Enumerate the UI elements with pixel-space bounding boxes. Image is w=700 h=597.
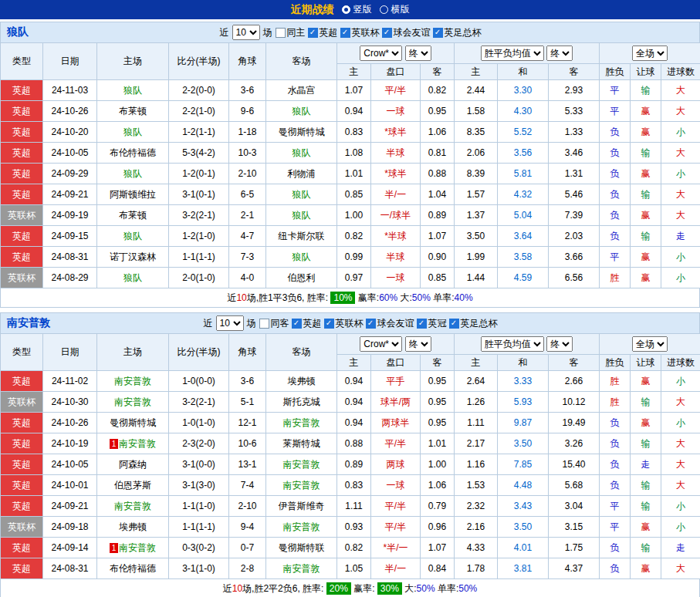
goals-result-cell: 小 (661, 496, 700, 517)
bookmaker-select[interactable]: Crow* (360, 46, 402, 61)
scope-select[interactable]: 全场 (632, 336, 668, 352)
league-type-cell: 英联杯 (1, 517, 43, 538)
away-team-cell: 伊普斯维奇 (266, 496, 337, 517)
checkbox-icon[interactable]: ✓ (449, 319, 459, 329)
odds-stage-select[interactable]: 终 (405, 336, 431, 352)
radio-selected-icon[interactable] (342, 5, 350, 14)
handicap-cell: 两球 (371, 454, 421, 475)
red-card-badge: 1 (110, 543, 118, 553)
home-team-cell: 埃弗顿 (97, 517, 169, 538)
sub-header: 和 (498, 355, 549, 371)
column-header: 主场 (97, 334, 169, 371)
top-bar: 近期战绩 竖版 横版 (0, 0, 700, 19)
score-cell: 5-3(4-2) (169, 143, 229, 164)
same-venue-checkbox[interactable]: 同主 (276, 26, 306, 39)
odds-stage-select[interactable]: 终 (405, 46, 431, 61)
avg-home-cell: 1.99 (455, 247, 498, 268)
footer-segment: 20% (326, 582, 351, 595)
league-type-cell: 英超 (1, 433, 43, 454)
match-date-cell: 24-08-31 (43, 558, 97, 579)
match-date-cell: 24-10-05 (43, 454, 97, 475)
avg-draw-cell: 4.30 (498, 101, 549, 122)
league-filter-checkbox-3[interactable]: ✓英冠 (417, 317, 447, 330)
result-cell: 胜 (600, 371, 631, 392)
corner-cell: 2-1 (229, 205, 266, 226)
league-filter-checkbox-1[interactable]: ✓英联杯 (324, 317, 364, 330)
league-filter-checkbox-1[interactable]: ✓英联杯 (340, 26, 380, 39)
checkbox-icon[interactable]: ✓ (433, 28, 443, 38)
footer-segment: 50% (458, 583, 477, 594)
result-cell: 胜 (600, 392, 631, 413)
odds-home-cell: 0.94 (337, 101, 371, 122)
handicap-result-cell: 赢 (631, 101, 661, 122)
league-filter-checkbox-0[interactable]: ✓英超 (308, 26, 338, 39)
goals-result-cell: 小 (661, 164, 700, 184)
odds-away-cell: 0.88 (421, 164, 455, 184)
layout-option-vertical-label: 竖版 (353, 3, 372, 16)
result-cell: 负 (600, 454, 631, 475)
checkbox-icon[interactable]: ✓ (340, 28, 350, 38)
odds-home-cell: 1.01 (337, 164, 371, 184)
league-filter-checkbox-0[interactable]: ✓英超 (292, 317, 322, 330)
scope-select[interactable]: 全场 (632, 46, 668, 61)
avg-select[interactable]: 胜平负均值 (481, 46, 544, 61)
layout-option-horizontal[interactable]: 横版 (380, 3, 410, 16)
checkbox-icon[interactable] (259, 319, 269, 329)
handicap-cell: *半/一 (371, 538, 421, 558)
corner-cell: 10-3 (229, 143, 266, 164)
away-team-name: 南安普敦 (283, 563, 320, 574)
league-filter-checkbox-3[interactable]: ✓英足总杯 (433, 26, 482, 39)
avg-select[interactable]: 胜平负均值 (481, 336, 544, 352)
result-cell: 负 (600, 226, 631, 247)
match-date-cell: 24-10-26 (43, 413, 97, 433)
result-cell: 平 (600, 80, 631, 101)
home-team-name: 狼队 (123, 231, 142, 241)
away-team-cell: 南安普敦 (266, 475, 337, 496)
checkbox-icon[interactable]: ✓ (417, 319, 427, 329)
league-filter-checkbox-2[interactable]: ✓球会友谊 (382, 26, 431, 39)
checkbox-icon[interactable]: ✓ (324, 319, 334, 329)
recent-count-select[interactable]: 10 (232, 25, 260, 40)
result-cell: 负 (600, 413, 631, 433)
avg-stage-select[interactable]: 终 (546, 336, 573, 352)
same-venue-checkbox[interactable]: 同客 (259, 317, 289, 330)
home-team-name: 布莱顿 (119, 210, 147, 221)
away-team-name: 利物浦 (288, 168, 316, 179)
checkbox-icon[interactable] (276, 28, 286, 38)
league-filter-checkbox-2[interactable]: ✓球会友谊 (366, 317, 414, 330)
table-row: 英联杯24-09-18埃弗顿1-1(1-1)9-4南安普敦0.93平/半0.96… (1, 517, 700, 538)
checkbox-icon[interactable]: ✓ (292, 319, 302, 329)
avg-home-cell: 1.11 (455, 413, 498, 433)
bookmaker-select[interactable]: Crow* (360, 336, 402, 352)
score-cell: 1-1(1-1) (169, 247, 229, 268)
layout-option-vertical[interactable]: 竖版 (342, 3, 372, 16)
league-type-cell: 英超 (1, 538, 43, 558)
away-team-name: 伊普斯维奇 (279, 501, 325, 511)
match-date-cell: 24-10-05 (43, 143, 97, 164)
odds-away-cell: 0.85 (421, 268, 455, 288)
radio-unselected-icon[interactable] (380, 5, 388, 14)
odds-home-cell: 0.85 (337, 184, 371, 205)
league-type-cell: 英联杯 (1, 205, 43, 226)
match-date-cell: 24-08-31 (43, 247, 97, 268)
away-team-name: 狼队 (293, 189, 311, 200)
home-team-cell: 南安普敦 (97, 371, 169, 392)
checkbox-icon[interactable]: ✓ (382, 28, 392, 38)
home-team-cell: 布伦特福德 (97, 143, 169, 164)
score-cell: 3-1(3-0) (169, 475, 229, 496)
handicap-cell: 球半/两 (371, 392, 421, 413)
checkbox-icon[interactable]: ✓ (308, 28, 318, 38)
league-filter-checkbox-4[interactable]: ✓英足总杯 (449, 317, 498, 330)
recent-count-select[interactable]: 10 (216, 315, 244, 331)
away-team-name: 曼彻斯特城 (279, 126, 325, 137)
away-team-cell: 狼队 (266, 247, 337, 268)
score-cell: 3-1(0-0) (169, 454, 229, 475)
checkbox-icon[interactable]: ✓ (366, 319, 376, 329)
goals-result-cell: 走 (661, 226, 700, 247)
avg-stage-select[interactable]: 终 (546, 46, 573, 61)
table-row: 英超24-10-191南安普敦2-3(2-0)10-6莱斯特城0.88平/半1.… (1, 433, 700, 454)
goals-result-cell: 大 (661, 184, 700, 205)
result-cell: 负 (600, 164, 631, 184)
league-filter-checkbox-0-label: 英超 (303, 317, 322, 330)
odds-home-cell: 0.83 (337, 122, 371, 143)
